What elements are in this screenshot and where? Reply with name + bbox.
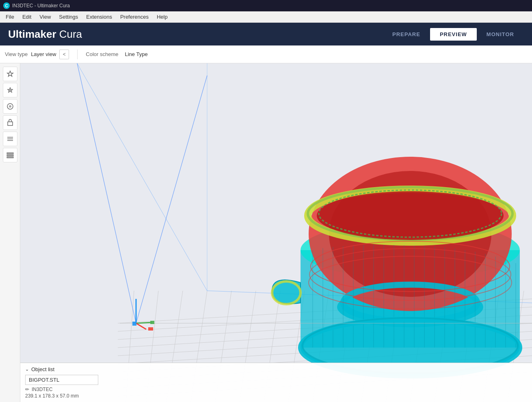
collapse-button[interactable]: < (59, 50, 69, 59)
nav-prepare[interactable]: PREPARE (383, 28, 430, 41)
bottom-panel: ⌄ Object list BIGPOT.STL ✏ IN3DTEC 239.1… (20, 363, 532, 402)
svg-point-48 (317, 191, 504, 240)
nav-monitor[interactable]: MONITOR (477, 28, 524, 41)
object-dimensions: 239.1 x 178.3 x 57.0 mm (25, 393, 527, 399)
menu-edit[interactable]: Edit (18, 12, 35, 22)
logo-part2: Cura (56, 28, 82, 40)
color-scheme-group: Color scheme Line Type (86, 51, 147, 57)
tool-btn-4[interactable] (3, 115, 17, 130)
logo-part1: Ultimaker (8, 28, 56, 40)
svg-rect-8 (7, 157, 13, 158)
viewport[interactable]: ⌄ Object list BIGPOT.STL ✏ IN3DTEC 239.1… (20, 63, 532, 402)
menu-file[interactable]: File (2, 12, 18, 22)
header: Ultimaker Cura PREPARE PREVIEW MONITOR (0, 23, 532, 45)
svg-rect-87 (150, 321, 154, 324)
menubar: File Edit View Settings Extensions Prefe… (0, 11, 532, 23)
color-scheme-label: Color scheme (86, 51, 118, 57)
object-list-label: Object list (31, 366, 54, 372)
color-scheme-value: Line Type (125, 51, 147, 57)
svg-line-82 (136, 322, 152, 323)
menu-help[interactable]: Help (153, 12, 172, 22)
object-list-header[interactable]: ⌄ Object list (25, 366, 527, 372)
svg-rect-6 (7, 153, 13, 154)
svg-rect-2 (8, 122, 13, 125)
window-title: IN3DTEC - Ultimaker Cura (12, 3, 70, 9)
object-owner: IN3DTEC (32, 387, 52, 392)
svg-point-1 (9, 105, 11, 108)
app-icon: C (3, 2, 10, 9)
menu-settings[interactable]: Settings (55, 12, 82, 22)
svg-rect-86 (148, 327, 153, 331)
menu-preferences[interactable]: Preferences (116, 12, 153, 22)
menu-view[interactable]: View (35, 12, 55, 22)
tool-btn-3[interactable] (3, 99, 17, 114)
tool-btn-5[interactable] (3, 132, 17, 146)
object-filename[interactable]: BIGPOT.STL (25, 375, 98, 385)
tool-btn-1[interactable] (3, 67, 17, 81)
object-meta: ✏ IN3DTEC (25, 387, 527, 392)
scene-3d (20, 63, 532, 402)
svg-rect-84 (132, 322, 136, 326)
logo: Ultimaker Cura (8, 28, 82, 41)
left-tools-panel (0, 63, 20, 402)
view-type-label: View type (5, 51, 28, 57)
pencil-icon: ✏ (25, 387, 29, 392)
nav-preview[interactable]: PREVIEW (430, 28, 477, 41)
menu-extensions[interactable]: Extensions (82, 12, 116, 22)
toolbar: View type Layer view < Color scheme Line… (0, 45, 532, 63)
tool-btn-2[interactable] (3, 83, 17, 97)
view-type-value: Layer view (31, 51, 56, 57)
view-type-group: View type Layer view < (5, 50, 78, 59)
titlebar: C IN3DTEC - Ultimaker Cura (0, 0, 532, 11)
main-content: ⌄ Object list BIGPOT.STL ✏ IN3DTEC 239.1… (0, 63, 532, 402)
svg-rect-7 (7, 155, 13, 156)
tool-btn-6[interactable] (3, 148, 17, 162)
chevron-down-icon: ⌄ (25, 367, 29, 372)
